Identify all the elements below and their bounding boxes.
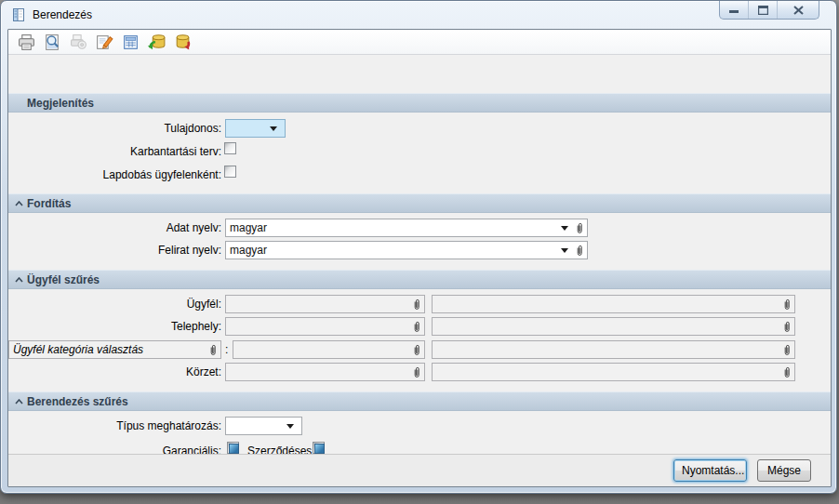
database-rollback-icon <box>173 33 193 52</box>
printer-disc-icon <box>69 33 88 52</box>
chevron-down-icon <box>286 424 294 429</box>
client-input-1[interactable] <box>226 296 409 312</box>
client-field-1[interactable] <box>225 295 425 313</box>
maintenance-plan-label: Karbantartási terv: <box>8 145 221 158</box>
paperclip-icon[interactable] <box>783 298 791 310</box>
client-category-label: Ügyfél kategória választás <box>13 343 143 356</box>
paperclip-icon[interactable] <box>209 344 217 355</box>
database-rollback-button[interactable] <box>171 31 193 53</box>
printer-settings-button[interactable] <box>67 31 89 53</box>
site-input-1[interactable] <box>226 318 409 335</box>
window-controls <box>719 1 819 20</box>
contract-checkbox[interactable] <box>313 442 325 454</box>
toolbar <box>8 30 831 55</box>
footer-bar: Nyomtatás... Mégse <box>8 454 831 486</box>
section-header-equipment-filter[interactable]: Berendezés szűrés <box>8 391 831 411</box>
close-icon <box>793 6 804 15</box>
print-button[interactable]: Nyomtatás... <box>673 459 747 482</box>
category-colon: : <box>225 343 228 356</box>
page-feed-checkbox[interactable] <box>224 166 236 178</box>
form-area: Megjelenítés Tulajdonos: Karbantartási t… <box>8 55 831 454</box>
caption-language-label: Felirat nyelv: <box>8 244 221 257</box>
chevron-down-icon <box>561 248 568 253</box>
client-category-input-1[interactable] <box>233 341 409 358</box>
close-button[interactable] <box>778 1 819 19</box>
chevron-up-icon[interactable] <box>15 277 23 283</box>
page-feed-label: Lapdobás ügyfelenként: <box>8 168 221 181</box>
section-header-client-filter[interactable]: Ügyfél szűrés <box>8 270 831 289</box>
client-category-field-2[interactable] <box>432 340 795 359</box>
cancel-button[interactable]: Mégse <box>757 459 811 482</box>
maximize-button[interactable] <box>749 1 778 19</box>
section-header-translation[interactable]: Fordítás <box>8 193 831 213</box>
client-label: Ügyfél: <box>8 298 221 311</box>
district-input-2[interactable] <box>433 364 779 380</box>
paperclip-icon[interactable] <box>413 344 420 355</box>
database-import-icon <box>147 33 166 52</box>
section-title: Megjelenítés <box>27 97 94 110</box>
section-title: Ügyfél szűrés <box>27 273 100 286</box>
print-toolbar-button[interactable] <box>15 31 37 53</box>
district-field-2[interactable] <box>432 363 795 381</box>
client-field-2[interactable] <box>432 295 795 313</box>
client-area: Megjelenítés Tulajdonos: Karbantartási t… <box>7 29 832 487</box>
edit-document-icon <box>95 33 114 52</box>
minimize-icon <box>729 6 739 14</box>
window-title: Berendezés <box>33 8 92 21</box>
client-category-field-1[interactable] <box>233 340 425 359</box>
type-definition-combobox[interactable] <box>225 417 302 435</box>
client-category-selector[interactable]: Ügyfél kategória választás <box>8 340 221 359</box>
print-preview-button[interactable] <box>41 31 63 53</box>
district-input-1[interactable] <box>226 364 409 380</box>
paperclip-icon[interactable] <box>576 245 583 256</box>
table-button[interactable] <box>119 31 141 53</box>
paperclip-icon[interactable] <box>413 321 420 332</box>
print-preview-icon <box>43 33 62 52</box>
document-icon <box>11 7 26 22</box>
database-import-button[interactable] <box>145 31 167 53</box>
site-input-2[interactable] <box>433 318 779 335</box>
caption-language-combobox[interactable]: magyar <box>225 241 588 259</box>
section-title: Berendezés szűrés <box>27 395 128 408</box>
owner-combobox[interactable] <box>225 119 286 138</box>
section-title: Fordítás <box>27 197 71 210</box>
paperclip-icon[interactable] <box>576 222 583 233</box>
minimize-button[interactable] <box>720 1 749 19</box>
paperclip-icon[interactable] <box>413 298 420 310</box>
district-field-1[interactable] <box>225 363 425 381</box>
paperclip-icon[interactable] <box>413 366 420 378</box>
paperclip-icon[interactable] <box>783 344 791 355</box>
paperclip-icon[interactable] <box>783 321 791 332</box>
window: Berendezés <box>0 0 837 494</box>
edit-button[interactable] <box>93 31 115 53</box>
client-category-input-2[interactable] <box>433 341 779 358</box>
titlebar: Berendezés <box>1 1 836 29</box>
site-field-2[interactable] <box>432 317 795 336</box>
paperclip-icon[interactable] <box>783 366 791 378</box>
client-input-2[interactable] <box>433 296 779 312</box>
warranty-checkbox[interactable] <box>227 442 239 454</box>
maximize-icon <box>758 6 768 15</box>
site-label: Telephely: <box>8 320 221 333</box>
calculator-grid-icon <box>121 33 140 52</box>
chevron-down-icon <box>561 226 568 231</box>
section-header-display: Megjelenítés <box>8 93 831 113</box>
printer-icon <box>17 33 36 52</box>
chevron-down-icon <box>270 126 277 131</box>
data-language-label: Adat nyelv: <box>8 221 221 234</box>
caption-language-value: magyar <box>230 244 267 257</box>
maintenance-plan-checkbox[interactable] <box>224 142 236 154</box>
chevron-up-icon[interactable] <box>15 201 23 206</box>
chevron-up-icon[interactable] <box>15 399 23 405</box>
district-label: Körzet: <box>8 365 221 378</box>
data-language-value: magyar <box>230 221 267 234</box>
data-language-combobox[interactable]: magyar <box>225 219 588 237</box>
site-field-1[interactable] <box>225 317 425 336</box>
type-definition-label: Típus meghatározás: <box>8 419 221 432</box>
owner-label: Tulajdonos: <box>8 122 221 135</box>
